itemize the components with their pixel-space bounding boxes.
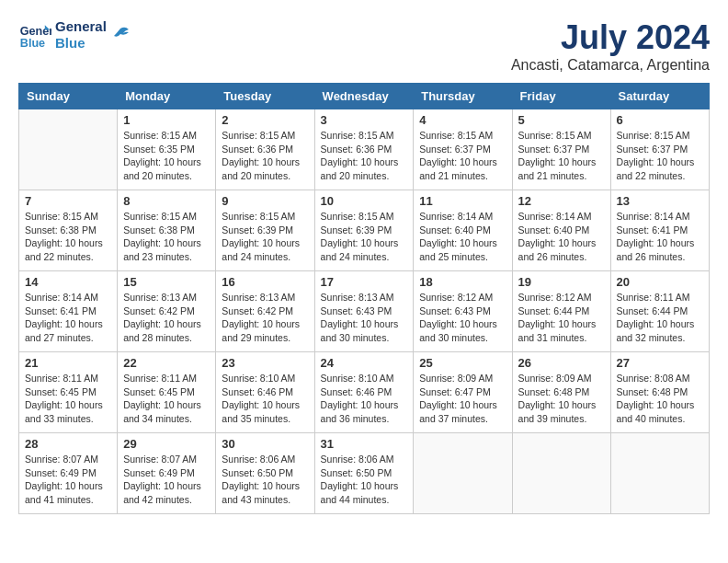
- calendar-cell: 3Sunrise: 8:15 AM Sunset: 6:36 PM Daylig…: [314, 109, 414, 190]
- calendar-cell: 5Sunrise: 8:15 AM Sunset: 6:37 PM Daylig…: [512, 109, 610, 190]
- svg-text:Blue: Blue: [20, 37, 45, 50]
- day-number: 13: [617, 194, 703, 208]
- calendar-cell: 6Sunrise: 8:15 AM Sunset: 6:37 PM Daylig…: [610, 109, 709, 190]
- day-number: 7: [25, 194, 111, 208]
- day-info: Sunrise: 8:13 AM Sunset: 6:42 PM Dayligh…: [123, 291, 210, 345]
- calendar-cell: 25Sunrise: 8:09 AM Sunset: 6:47 PM Dayli…: [414, 352, 512, 433]
- week-row-5: 28Sunrise: 8:07 AM Sunset: 6:49 PM Dayli…: [19, 433, 710, 514]
- day-info: Sunrise: 8:06 AM Sunset: 6:50 PM Dayligh…: [321, 453, 408, 507]
- calendar-cell: 23Sunrise: 8:10 AM Sunset: 6:46 PM Dayli…: [216, 352, 314, 433]
- day-number: 22: [123, 356, 210, 370]
- calendar-cell: 24Sunrise: 8:10 AM Sunset: 6:46 PM Dayli…: [314, 352, 414, 433]
- calendar-cell: 17Sunrise: 8:13 AM Sunset: 6:43 PM Dayli…: [314, 271, 414, 352]
- calendar-cell: 16Sunrise: 8:13 AM Sunset: 6:42 PM Dayli…: [216, 271, 314, 352]
- day-number: 26: [518, 356, 605, 370]
- weekday-header-sunday: Sunday: [19, 84, 118, 109]
- day-info: Sunrise: 8:14 AM Sunset: 6:40 PM Dayligh…: [419, 210, 506, 264]
- week-row-3: 14Sunrise: 8:14 AM Sunset: 6:41 PM Dayli…: [19, 271, 710, 352]
- day-info: Sunrise: 8:13 AM Sunset: 6:43 PM Dayligh…: [321, 291, 408, 345]
- day-info: Sunrise: 8:15 AM Sunset: 6:36 PM Dayligh…: [222, 129, 308, 183]
- day-number: 15: [123, 275, 210, 289]
- logo-icon: General Blue: [18, 18, 51, 52]
- day-info: Sunrise: 8:07 AM Sunset: 6:49 PM Dayligh…: [25, 453, 111, 507]
- day-info: Sunrise: 8:11 AM Sunset: 6:45 PM Dayligh…: [123, 372, 210, 426]
- weekday-header-tuesday: Tuesday: [216, 84, 314, 109]
- day-number: 28: [25, 437, 111, 451]
- day-info: Sunrise: 8:15 AM Sunset: 6:39 PM Dayligh…: [222, 210, 308, 264]
- day-number: 10: [321, 194, 408, 208]
- page-header: General Blue General Blue July 2024 Anca…: [18, 18, 710, 74]
- calendar-cell: 26Sunrise: 8:09 AM Sunset: 6:48 PM Dayli…: [512, 352, 610, 433]
- calendar-cell: 13Sunrise: 8:14 AM Sunset: 6:41 PM Dayli…: [610, 190, 709, 271]
- calendar-table: SundayMondayTuesdayWednesdayThursdayFrid…: [18, 83, 710, 514]
- day-info: Sunrise: 8:15 AM Sunset: 6:38 PM Dayligh…: [123, 210, 210, 264]
- calendar-cell: 29Sunrise: 8:07 AM Sunset: 6:49 PM Dayli…: [118, 433, 216, 514]
- week-row-2: 7Sunrise: 8:15 AM Sunset: 6:38 PM Daylig…: [19, 190, 710, 271]
- day-number: 24: [321, 356, 408, 370]
- day-number: 12: [518, 194, 605, 208]
- day-number: 11: [419, 194, 506, 208]
- weekday-header-row: SundayMondayTuesdayWednesdayThursdayFrid…: [19, 84, 710, 109]
- weekday-header-wednesday: Wednesday: [314, 84, 414, 109]
- day-number: 27: [617, 356, 703, 370]
- calendar-cell: 19Sunrise: 8:12 AM Sunset: 6:44 PM Dayli…: [512, 271, 610, 352]
- day-info: Sunrise: 8:08 AM Sunset: 6:48 PM Dayligh…: [617, 372, 703, 426]
- calendar-cell: 7Sunrise: 8:15 AM Sunset: 6:38 PM Daylig…: [19, 190, 118, 271]
- day-info: Sunrise: 8:15 AM Sunset: 6:37 PM Dayligh…: [518, 129, 605, 183]
- calendar-cell: 9Sunrise: 8:15 AM Sunset: 6:39 PM Daylig…: [216, 190, 314, 271]
- day-info: Sunrise: 8:11 AM Sunset: 6:44 PM Dayligh…: [617, 291, 703, 345]
- day-info: Sunrise: 8:11 AM Sunset: 6:45 PM Dayligh…: [25, 372, 111, 426]
- day-info: Sunrise: 8:15 AM Sunset: 6:38 PM Dayligh…: [25, 210, 111, 264]
- calendar-cell: 20Sunrise: 8:11 AM Sunset: 6:44 PM Dayli…: [610, 271, 709, 352]
- calendar-cell: 22Sunrise: 8:11 AM Sunset: 6:45 PM Dayli…: [118, 352, 216, 433]
- day-number: 5: [518, 113, 605, 127]
- day-number: 14: [25, 275, 111, 289]
- day-number: 25: [419, 356, 506, 370]
- day-number: 30: [222, 437, 308, 451]
- day-number: 17: [321, 275, 408, 289]
- logo-general: General: [55, 18, 107, 35]
- calendar-cell: [414, 433, 512, 514]
- day-number: 21: [25, 356, 111, 370]
- day-number: 31: [321, 437, 408, 451]
- logo-bird-icon: [110, 25, 131, 45]
- day-number: 8: [123, 194, 210, 208]
- day-number: 29: [123, 437, 210, 451]
- day-number: 4: [419, 113, 506, 127]
- logo: General Blue General Blue: [18, 18, 131, 52]
- day-number: 9: [222, 194, 308, 208]
- calendar-cell: 8Sunrise: 8:15 AM Sunset: 6:38 PM Daylig…: [118, 190, 216, 271]
- weekday-header-saturday: Saturday: [610, 84, 709, 109]
- day-number: 2: [222, 113, 308, 127]
- day-info: Sunrise: 8:06 AM Sunset: 6:50 PM Dayligh…: [222, 453, 308, 507]
- calendar-cell: 14Sunrise: 8:14 AM Sunset: 6:41 PM Dayli…: [19, 271, 118, 352]
- day-info: Sunrise: 8:10 AM Sunset: 6:46 PM Dayligh…: [321, 372, 408, 426]
- calendar-cell: 30Sunrise: 8:06 AM Sunset: 6:50 PM Dayli…: [216, 433, 314, 514]
- day-number: 6: [617, 113, 703, 127]
- title-section: July 2024 Ancasti, Catamarca, Argentina: [511, 18, 710, 74]
- day-number: 18: [419, 275, 506, 289]
- day-info: Sunrise: 8:07 AM Sunset: 6:49 PM Dayligh…: [123, 453, 210, 507]
- calendar-cell: [512, 433, 610, 514]
- calendar-cell: 18Sunrise: 8:12 AM Sunset: 6:43 PM Dayli…: [414, 271, 512, 352]
- day-info: Sunrise: 8:15 AM Sunset: 6:37 PM Dayligh…: [617, 129, 703, 183]
- day-info: Sunrise: 8:14 AM Sunset: 6:40 PM Dayligh…: [518, 210, 605, 264]
- day-info: Sunrise: 8:09 AM Sunset: 6:47 PM Dayligh…: [419, 372, 506, 426]
- calendar-cell: 21Sunrise: 8:11 AM Sunset: 6:45 PM Dayli…: [19, 352, 118, 433]
- day-info: Sunrise: 8:13 AM Sunset: 6:42 PM Dayligh…: [222, 291, 308, 345]
- day-info: Sunrise: 8:12 AM Sunset: 6:44 PM Dayligh…: [518, 291, 605, 345]
- calendar-cell: 4Sunrise: 8:15 AM Sunset: 6:37 PM Daylig…: [414, 109, 512, 190]
- calendar-cell: [610, 433, 709, 514]
- calendar-cell: 11Sunrise: 8:14 AM Sunset: 6:40 PM Dayli…: [414, 190, 512, 271]
- day-info: Sunrise: 8:10 AM Sunset: 6:46 PM Dayligh…: [222, 372, 308, 426]
- day-number: 16: [222, 275, 308, 289]
- day-info: Sunrise: 8:14 AM Sunset: 6:41 PM Dayligh…: [617, 210, 703, 264]
- day-number: 1: [123, 113, 210, 127]
- day-info: Sunrise: 8:15 AM Sunset: 6:39 PM Dayligh…: [321, 210, 408, 264]
- weekday-header-monday: Monday: [118, 84, 216, 109]
- day-number: 19: [518, 275, 605, 289]
- day-info: Sunrise: 8:14 AM Sunset: 6:41 PM Dayligh…: [25, 291, 111, 345]
- week-row-4: 21Sunrise: 8:11 AM Sunset: 6:45 PM Dayli…: [19, 352, 710, 433]
- day-info: Sunrise: 8:15 AM Sunset: 6:37 PM Dayligh…: [419, 129, 506, 183]
- calendar-cell: 2Sunrise: 8:15 AM Sunset: 6:36 PM Daylig…: [216, 109, 314, 190]
